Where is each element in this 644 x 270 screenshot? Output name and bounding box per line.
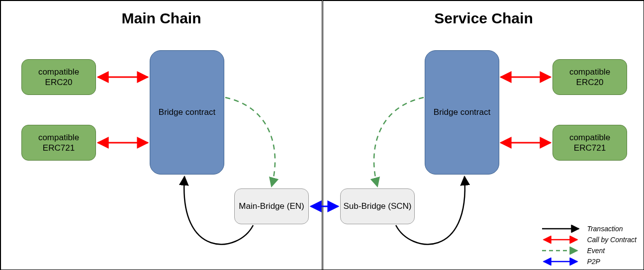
main-chain-title: Main Chain [1, 10, 322, 27]
legend-row-transaction: Transaction [541, 225, 637, 233]
legend-label-p2p: P2P [587, 258, 600, 266]
bridge-contract-left-node: Bridge contract [150, 50, 224, 175]
service-chain-title: Service Chain [323, 10, 644, 27]
legend-row-event: Event [541, 247, 637, 255]
legend-label-contract: Call by Contract [587, 236, 637, 244]
diagram-canvas: Main Chain Service Chain compatible ERC2… [0, 0, 644, 270]
legend-label-event: Event [587, 247, 605, 255]
erc721-left-label: compatible ERC721 [24, 132, 93, 154]
legend-swatch-transaction [541, 225, 581, 233]
sub-bridge-node: Sub-Bridge (SCN) [340, 188, 415, 224]
main-bridge-node: Main-Bridge (EN) [234, 188, 309, 224]
erc20-left-label: compatible ERC20 [24, 67, 93, 88]
erc20-right-node: compatible ERC20 [552, 59, 627, 95]
erc721-left-node: compatible ERC721 [21, 125, 96, 161]
erc721-right-node: compatible ERC721 [552, 125, 627, 161]
legend: Transaction Call by Contract [541, 225, 637, 266]
erc20-left-node: compatible ERC20 [21, 59, 96, 95]
main-bridge-label: Main-Bridge (EN) [239, 201, 304, 211]
legend-label-transaction: Transaction [587, 225, 623, 233]
legend-swatch-event [541, 247, 581, 255]
bridge-contract-left-label: Bridge contract [159, 107, 215, 117]
erc721-right-label: compatible ERC721 [555, 132, 625, 154]
erc20-right-label: compatible ERC20 [555, 67, 625, 88]
legend-swatch-contract [541, 236, 581, 244]
legend-swatch-p2p [541, 258, 581, 266]
sub-bridge-label: Sub-Bridge (SCN) [344, 201, 412, 211]
bridge-contract-right-node: Bridge contract [425, 50, 499, 175]
bridge-contract-right-label: Bridge contract [434, 107, 490, 117]
legend-row-contract: Call by Contract [541, 236, 637, 244]
legend-row-p2p: P2P [541, 258, 637, 266]
